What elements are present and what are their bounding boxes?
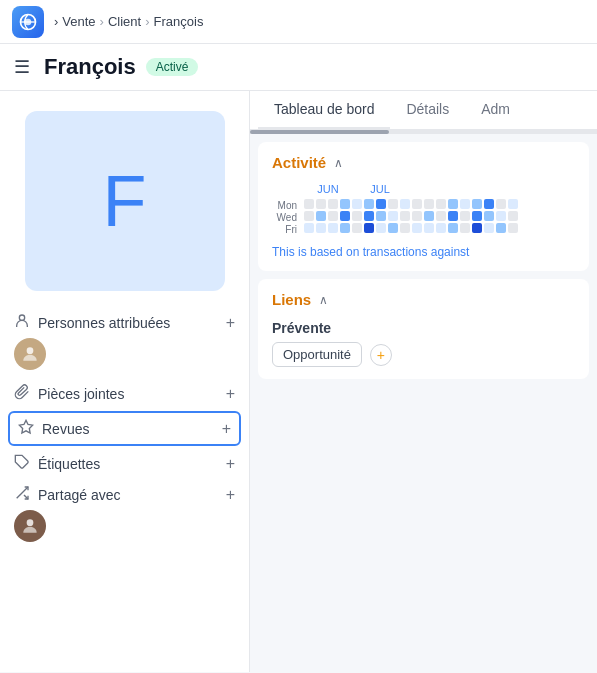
- avatar-section: F: [0, 103, 249, 307]
- heatmap-cell: [424, 211, 434, 221]
- breadcrumb-client[interactable]: Client: [108, 14, 141, 29]
- share-icon: [14, 485, 30, 504]
- scroll-bar: [250, 130, 597, 134]
- page-title: François: [44, 54, 136, 80]
- heatmap-cell: [448, 223, 458, 233]
- heatmap-cell: [496, 199, 506, 209]
- star-icon: [18, 419, 34, 438]
- heatmap-cell: [304, 211, 314, 221]
- liens-section: Liens ∧ Prévente Opportunité +: [258, 279, 589, 379]
- sidebar-etiquettes-label: Étiquettes: [38, 456, 218, 472]
- heatmap-cell: [448, 211, 458, 221]
- heatmap-week: [328, 199, 338, 235]
- heatmap-cell: [400, 211, 410, 221]
- heatmap-cell: [352, 223, 362, 233]
- activity-collapse[interactable]: ∧: [334, 156, 343, 170]
- sidebar-item-etiquettes[interactable]: Étiquettes +: [0, 448, 249, 479]
- heatmap-cell: [412, 223, 422, 233]
- heatmap-week: [460, 199, 470, 235]
- heatmap-cell: [376, 211, 386, 221]
- heatmap-cell: [508, 199, 518, 209]
- heatmap-cell: [484, 211, 494, 221]
- svg-point-2: [19, 315, 24, 320]
- heatmap-cell: [388, 223, 398, 233]
- sidebar-item-partage[interactable]: Partagé avec +: [0, 479, 249, 510]
- sidebar-pieces-label: Pièces jointes: [38, 386, 218, 402]
- person-icon: [14, 313, 30, 332]
- sidebar-partage-add[interactable]: +: [226, 486, 235, 504]
- breadcrumb-sep2: ›: [100, 14, 104, 29]
- heatmap-week: [484, 199, 494, 235]
- month-jul: JUL: [354, 183, 406, 195]
- breadcrumb: › Vente › Client › François: [54, 14, 203, 29]
- heatmap-cell: [460, 211, 470, 221]
- sidebar-etiquettes-add[interactable]: +: [226, 455, 235, 473]
- sidebar-personnes-label: Personnes attribuées: [38, 315, 218, 331]
- heatmap-cell: [316, 223, 326, 233]
- heatmap-cell: [496, 223, 506, 233]
- day-labels: Mon Wed Fri: [272, 199, 300, 235]
- heatmap-cell: [436, 223, 446, 233]
- prevente-heading: Prévente: [272, 320, 575, 336]
- heatmap-week: [400, 199, 410, 235]
- avatar-letter: F: [103, 160, 147, 242]
- heatmap-cell: [472, 199, 482, 209]
- opportunite-chip[interactable]: Opportunité: [272, 342, 362, 367]
- heatmap-week: [424, 199, 434, 235]
- main-layout: F Personnes attribuées +: [0, 91, 597, 672]
- tabs-bar: Tableau de bord Détails Adm: [250, 91, 597, 130]
- hamburger-menu[interactable]: ☰: [14, 56, 30, 78]
- heatmap-cell: [316, 199, 326, 209]
- heatmap-week: [364, 199, 374, 235]
- heatmap-cell: [364, 223, 374, 233]
- heatmap-cell: [388, 211, 398, 221]
- heatmap-cell: [352, 211, 362, 221]
- month-labels: JUN JUL: [272, 183, 575, 195]
- tab-details[interactable]: Détails: [390, 91, 465, 129]
- breadcrumb-francois[interactable]: François: [154, 14, 204, 29]
- heatmap-cell: [400, 223, 410, 233]
- heatmap-week: [340, 199, 350, 235]
- heatmap-cell: [352, 199, 362, 209]
- sidebar-pieces-add[interactable]: +: [226, 385, 235, 403]
- heatmap-cell: [364, 199, 374, 209]
- heatmap-cell: [412, 199, 422, 209]
- sidebar-item-pieces[interactable]: Pièces jointes +: [0, 378, 249, 409]
- sidebar-revues-add[interactable]: +: [222, 420, 231, 438]
- heatmap-week: [388, 199, 398, 235]
- heatmap-cell: [328, 211, 338, 221]
- heatmap-cell: [340, 199, 350, 209]
- activity-header: Activité ∧: [272, 154, 575, 171]
- opportunite-add[interactable]: +: [370, 344, 392, 366]
- calendar-body: Mon Wed Fri: [272, 199, 575, 235]
- liens-collapse[interactable]: ∧: [319, 293, 328, 307]
- heatmap-cell: [376, 223, 386, 233]
- tab-adm[interactable]: Adm: [465, 91, 526, 129]
- heatmap-cell: [508, 223, 518, 233]
- svg-marker-4: [19, 420, 32, 433]
- heatmap-week: [472, 199, 482, 235]
- breadcrumb-vente[interactable]: Vente: [62, 14, 95, 29]
- sidebar-item-revues[interactable]: Revues +: [8, 411, 241, 446]
- day-mon: Mon: [272, 201, 300, 211]
- heatmap-cell: [472, 211, 482, 221]
- heatmap-week: [316, 199, 326, 235]
- heatmap-cell: [460, 223, 470, 233]
- heatmap-cell: [436, 199, 446, 209]
- svg-point-3: [27, 347, 34, 354]
- heatmap-week: [376, 199, 386, 235]
- activity-note: This is based on transactions against: [272, 245, 575, 259]
- sidebar-personnes-add[interactable]: +: [226, 314, 235, 332]
- paperclip-icon: [14, 384, 30, 403]
- sidebar: F Personnes attribuées +: [0, 91, 250, 672]
- app-logo: [12, 6, 44, 38]
- assigned-person-avatar: [14, 338, 46, 370]
- sidebar-item-personnes[interactable]: Personnes attribuées +: [0, 307, 249, 338]
- heatmap-cell: [316, 211, 326, 221]
- day-wed: Wed: [272, 213, 300, 223]
- sidebar-partage-label: Partagé avec: [38, 487, 218, 503]
- avatar-placeholder: F: [25, 111, 225, 291]
- tab-tableau-de-bord[interactable]: Tableau de bord: [258, 91, 390, 129]
- heatmap-cell: [388, 199, 398, 209]
- heatmap-cell: [304, 223, 314, 233]
